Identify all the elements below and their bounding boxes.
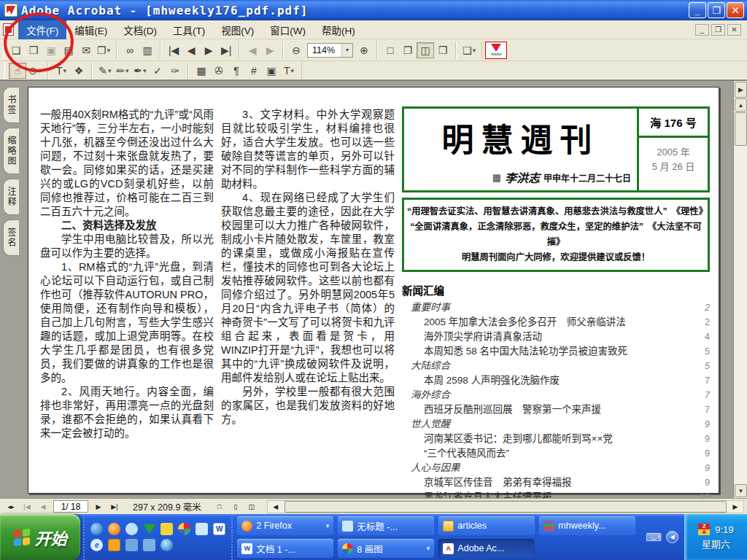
- firefox-icon[interactable]: [108, 523, 120, 535]
- tab-signatures[interactable]: 签名: [3, 219, 19, 256]
- rotate-view-button[interactable]: ❒: [434, 42, 452, 58]
- snapshot-tool-button[interactable]: ❖: [70, 63, 88, 79]
- single-page-mode-button[interactable]: □: [212, 500, 227, 513]
- page-number-input[interactable]: [53, 500, 88, 513]
- status-last-page-button[interactable]: ▶|: [107, 500, 122, 513]
- paint-palette-icon[interactable]: [178, 523, 190, 535]
- pencil-tool-button[interactable]: ✏▾: [114, 63, 131, 79]
- notepad-icon[interactable]: [196, 523, 208, 535]
- menu-window[interactable]: 窗口(W): [262, 20, 314, 39]
- open-button[interactable]: ❏: [7, 42, 25, 58]
- export-icon: ❐: [97, 44, 107, 56]
- status-first-page-button[interactable]: |◀: [20, 500, 34, 513]
- tab-comments[interactable]: 注释: [3, 179, 19, 215]
- close-button[interactable]: ✕: [727, 2, 744, 18]
- export-button[interactable]: ❐▾: [95, 42, 112, 58]
- taskbar-button-firefox[interactable]: 2 Firefox ▾: [237, 516, 333, 535]
- first-page-button[interactable]: |◀: [165, 42, 182, 58]
- email-button[interactable]: ✉: [77, 42, 95, 58]
- continuous-mode-button[interactable]: ▯: [228, 500, 243, 513]
- hide-pane-arrow-button[interactable]: ▶: [735, 82, 747, 98]
- media-player-icon[interactable]: [160, 539, 173, 551]
- facing-mode-button[interactable]: ◫: [244, 500, 259, 513]
- download-arrow-icon[interactable]: [143, 523, 155, 535]
- taskbar-button-word-document[interactable]: W 文档 1 -...: [237, 539, 333, 558]
- scroll-up-button[interactable]: ▲: [735, 98, 747, 112]
- save-button[interactable]: ▣: [42, 42, 60, 58]
- mdi-restore-button[interactable]: ❐: [711, 24, 725, 36]
- minimize-button[interactable]: _: [689, 2, 706, 18]
- menu-document[interactable]: 文档(D): [115, 20, 165, 39]
- stamp-tool-button[interactable]: ✑: [166, 63, 184, 79]
- my-computer-icon[interactable]: [125, 539, 138, 551]
- actual-size-button[interactable]: □: [382, 42, 399, 58]
- search-results-button[interactable]: ▥: [139, 42, 156, 58]
- adobe-logo-button[interactable]: Adobe: [485, 42, 507, 59]
- status-previous-page-button[interactable]: ◀: [36, 500, 50, 513]
- taskbar-button-adobe-acrobat[interactable]: A Adobe Ac...: [438, 539, 535, 558]
- link-tool-button[interactable]: ✇: [210, 63, 228, 79]
- horizontal-scrollbar[interactable]: ◀ ▶: [267, 500, 744, 513]
- tab-thumbnails[interactable]: 缩略图: [3, 128, 19, 174]
- pane-splitter-button[interactable]: ◂▸: [4, 500, 18, 513]
- taskbar-button-paint[interactable]: 8 画图 ▾: [338, 539, 434, 558]
- menu-tools[interactable]: 工具(T): [165, 20, 213, 39]
- zoom-in-button[interactable]: ⊕: [355, 42, 373, 58]
- zoom-out-button[interactable]: ⊖: [287, 42, 305, 58]
- restore-button[interactable]: ❐: [708, 2, 725, 18]
- next-page-button[interactable]: ▶: [200, 42, 217, 58]
- vertical-scroll-thumb[interactable]: [735, 112, 747, 146]
- text-select-tool-button[interactable]: T▾: [53, 63, 70, 79]
- internet-explorer-icon[interactable]: e: [90, 539, 103, 551]
- last-page-button[interactable]: ▶|: [217, 42, 235, 58]
- crop-tool-button[interactable]: #: [245, 63, 263, 79]
- spellcheck-button[interactable]: ✓: [149, 63, 166, 79]
- note-tool-button[interactable]: ✎▾: [96, 63, 114, 79]
- tray-clock[interactable]: 9:19: [715, 524, 733, 535]
- mdi-minimize-button[interactable]: _: [695, 24, 709, 36]
- menu-edit[interactable]: 编辑(E): [66, 20, 115, 39]
- hand-tool-button[interactable]: ☝: [9, 63, 26, 79]
- keyboard-icon[interactable]: ⌨: [646, 531, 662, 544]
- taskbar-button-mhweekly-archive[interactable]: mhweekly...: [539, 516, 635, 535]
- scroll-right-button[interactable]: ▶: [728, 500, 743, 513]
- horizontal-scroll-thumb[interactable]: [285, 501, 727, 513]
- highlight-tool-button[interactable]: ✒▾: [131, 63, 149, 79]
- tab-bookmarks[interactable]: 书签: [3, 87, 19, 123]
- zoom-tool-button[interactable]: ⊙▾: [26, 63, 44, 79]
- clock-app-icon[interactable]: [108, 539, 120, 551]
- pencil-app-icon[interactable]: [160, 523, 173, 535]
- previous-page-button[interactable]: ◀: [182, 42, 200, 58]
- scroll-left-button[interactable]: ◀: [268, 500, 283, 513]
- taskbar-button-untitled-notepad[interactable]: 无标题 -...: [338, 516, 434, 535]
- article-tool-button[interactable]: ¶: [228, 63, 245, 79]
- create-pdf-button[interactable]: ❑▾: [460, 42, 478, 58]
- start-button[interactable]: 开始: [0, 514, 80, 560]
- status-next-page-button[interactable]: ▶: [91, 500, 106, 513]
- mdi-close-button[interactable]: ✕: [727, 24, 741, 36]
- fit-page-button[interactable]: ❐: [399, 42, 417, 58]
- chevron-down-icon[interactable]: ▾: [341, 44, 352, 57]
- text-field-tool-button[interactable]: T▾: [280, 63, 298, 79]
- movie-tool-button[interactable]: ▦: [193, 63, 210, 79]
- search-button[interactable]: ∞: [121, 42, 139, 58]
- zoom-level-combo[interactable]: 114% ▾: [307, 43, 353, 58]
- zonealarm-icon[interactable]: ZA: [698, 524, 710, 535]
- next-view-button[interactable]: ▶: [261, 42, 279, 58]
- tray-collapse-chevron[interactable]: ◀: [666, 531, 678, 543]
- taskbar-button-articles-folder[interactable]: articles: [438, 516, 535, 535]
- internet-globe-icon[interactable]: [90, 523, 103, 535]
- menu-view[interactable]: 视图(V): [213, 20, 262, 39]
- vertical-scrollbar[interactable]: ▶ ▲ ▼: [733, 81, 747, 498]
- messenger-icon[interactable]: [125, 523, 138, 535]
- form-tool-button[interactable]: ▣: [263, 63, 280, 79]
- open-web-page-button[interactable]: ❒: [25, 42, 42, 58]
- previous-view-button[interactable]: ◀: [244, 42, 261, 58]
- menu-file[interactable]: 文件(F): [18, 20, 66, 39]
- print-button[interactable]: ▤: [60, 42, 77, 58]
- scroll-down-button[interactable]: ▼: [735, 484, 747, 497]
- fit-width-button[interactable]: ◫: [417, 42, 434, 58]
- outlook-icon[interactable]: [143, 539, 155, 551]
- menu-help[interactable]: 帮助(H): [314, 20, 363, 39]
- word-icon[interactable]: W: [213, 523, 225, 535]
